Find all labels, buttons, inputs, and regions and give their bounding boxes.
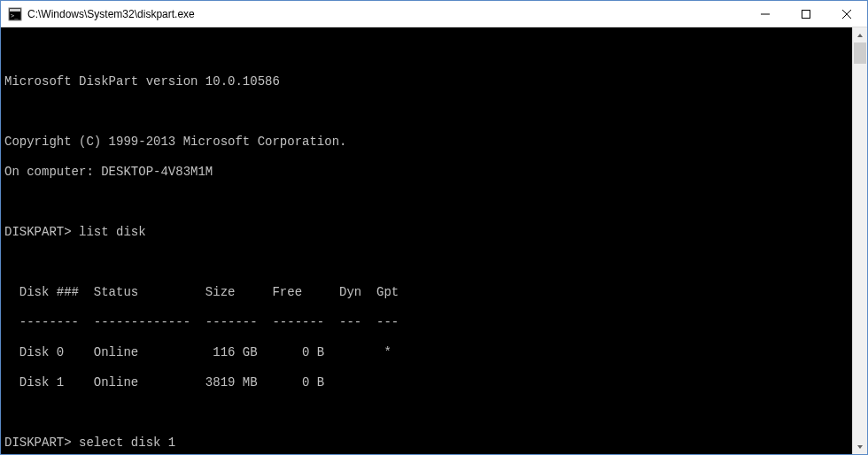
- app-icon: >_: [8, 7, 22, 21]
- vertical-scrollbar[interactable]: [852, 27, 867, 454]
- client-area: Microsoft DiskPart version 10.0.10586 Co…: [1, 27, 867, 454]
- version-line: Microsoft DiskPart version 10.0.10586: [4, 74, 852, 89]
- close-button[interactable]: [826, 1, 867, 27]
- maximize-button[interactable]: [786, 1, 826, 27]
- svg-rect-1: [10, 9, 20, 12]
- disk-table-row-0: Disk 0 Online 116 GB 0 B *: [4, 345, 852, 360]
- disk-table-row-1: Disk 1 Online 3819 MB 0 B: [4, 375, 852, 390]
- titlebar[interactable]: >_ C:\Windows\System32\diskpart.exe: [1, 1, 867, 27]
- prompt: DISKPART>: [4, 225, 72, 239]
- scroll-up-button[interactable]: [853, 27, 867, 42]
- svg-rect-4: [802, 10, 810, 18]
- window-title: C:\Windows\System32\diskpart.exe: [27, 8, 745, 20]
- cmd-list-disk: list disk: [79, 225, 146, 239]
- console-output[interactable]: Microsoft DiskPart version 10.0.10586 Co…: [1, 27, 852, 454]
- svg-marker-7: [857, 34, 863, 37]
- scroll-down-button[interactable]: [853, 439, 867, 454]
- prompt-line-select: DISKPART> select disk 1: [4, 436, 852, 451]
- window-controls: [745, 1, 867, 27]
- cmd-select: select disk 1: [79, 436, 175, 450]
- prompt: DISKPART>: [4, 436, 72, 450]
- svg-text:>_: >_: [11, 12, 19, 19]
- prompt-line-list-disk: DISKPART> list disk: [4, 225, 852, 240]
- disk-table-divider: -------- ------------- ------- ------- -…: [4, 315, 852, 330]
- svg-marker-8: [857, 445, 863, 449]
- scrollbar-thumb[interactable]: [854, 42, 866, 64]
- copyright-line: Copyright (C) 1999-2013 Microsoft Corpor…: [4, 135, 852, 150]
- minimize-button[interactable]: [745, 1, 786, 27]
- computer-line: On computer: DESKTOP-4V83M1M: [4, 165, 852, 180]
- disk-table-header: Disk ### Status Size Free Dyn Gpt: [4, 285, 852, 300]
